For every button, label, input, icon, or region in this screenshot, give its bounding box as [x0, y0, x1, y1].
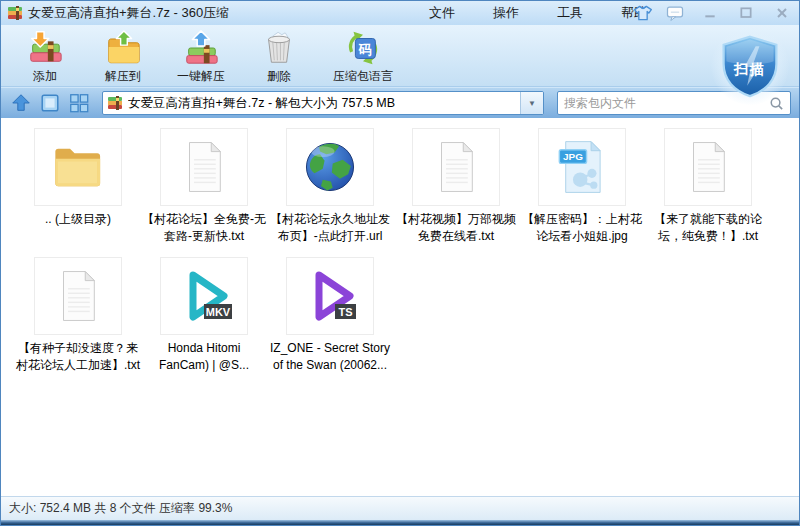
file-icon-box: [412, 128, 500, 206]
file-item-txt-4[interactable]: 【有种子却没速度？来村花论坛人工加速】.txt: [15, 257, 141, 374]
window-frame-bottom: [1, 520, 799, 525]
chevron-down-icon: ▼: [528, 99, 536, 108]
text-file-icon: [427, 138, 485, 196]
toolbar: 添加 解压到 一键解压: [1, 25, 799, 87]
file-label: IZ_ONE - Secret Story of the Swan (20062…: [267, 340, 393, 374]
address-bar[interactable]: 女爱豆高清直拍+舞台.7z - 解包大小为 757.5 MB ▼: [102, 91, 544, 115]
extract-to-folder-icon: [104, 29, 142, 67]
address-row: 女爱豆高清直拍+舞台.7z - 解包大小为 757.5 MB ▼: [1, 87, 799, 118]
scan-button[interactable]: 扫描: [711, 27, 789, 105]
close-icon: [773, 5, 791, 21]
file-item-ts[interactable]: TS IZ_ONE - Secret Story of the Swan (20…: [267, 257, 393, 374]
trash-icon: [260, 29, 298, 67]
file-label: .. (上级目录): [15, 211, 141, 228]
menu-bar: 文件 操作 工具 帮助: [425, 1, 651, 25]
file-list: .. (上级目录) 【村花论坛】全免费-无套路-更新快.txt: [1, 118, 799, 496]
url-globe-icon: [301, 138, 359, 196]
close-button[interactable]: [769, 3, 795, 23]
up-directory-button[interactable]: [9, 91, 33, 115]
maximize-icon: [737, 5, 755, 21]
delete-button[interactable]: 删除: [251, 28, 307, 86]
skin-tshirt-icon[interactable]: [631, 2, 655, 24]
file-label: 【有种子却没速度？来村花论坛人工加速】.txt: [15, 340, 141, 374]
mkv-video-icon: MKV: [172, 264, 236, 328]
add-button[interactable]: 添加: [17, 28, 73, 86]
file-item-txt-1[interactable]: 【村花论坛】全免费-无套路-更新快.txt: [141, 128, 267, 245]
window-title: 女爱豆高清直拍+舞台.7z - 360压缩: [28, 4, 229, 22]
file-grid: .. (上级目录) 【村花论坛】全免费-无套路-更新快.txt: [15, 128, 799, 374]
file-label: 【村花论坛永久地址发布页】-点此打开.url: [267, 211, 393, 245]
file-label: 【解压密码】：上村花论坛看小姐姐.jpg: [519, 211, 645, 245]
file-label: 【村花论坛】全免费-无套路-更新快.txt: [141, 211, 267, 245]
feedback-bubble-icon[interactable]: [663, 2, 687, 24]
scan-shield-icon: 扫描: [717, 34, 783, 98]
file-item-parent-dir[interactable]: .. (上级目录): [15, 128, 141, 245]
archive-language-label: 压缩包语言: [333, 68, 393, 85]
mkv-badge: MKV: [206, 306, 231, 318]
ts-badge: TS: [338, 306, 352, 318]
file-icon-box: [34, 128, 122, 206]
jpg-file-icon: JPG: [553, 138, 611, 196]
add-archive-icon: [26, 29, 64, 67]
file-item-jpg[interactable]: JPG 【解压密码】：上村花论坛看小姐姐.jpg: [519, 128, 645, 245]
one-click-extract-button[interactable]: 一键解压: [173, 28, 229, 86]
file-icon-box: MKV: [160, 257, 248, 335]
one-click-extract-icon: [182, 29, 220, 67]
add-label: 添加: [33, 68, 57, 85]
lang-icon-char: 码: [358, 42, 372, 57]
text-file-icon: [49, 267, 107, 325]
archive-language-button[interactable]: 码 压缩包语言: [329, 28, 397, 86]
text-file-icon: [175, 138, 233, 196]
file-item-mkv[interactable]: MKV Honda Hitomi FanCam) | @S...: [141, 257, 267, 374]
status-text: 大小: 752.4 MB 共 8 个文件 压缩率 99.3%: [9, 500, 232, 517]
extract-to-button[interactable]: 解压到: [95, 28, 151, 86]
minimize-icon: [701, 5, 719, 21]
folder-icon: [49, 138, 107, 196]
ts-video-icon: TS: [298, 264, 362, 328]
file-label: 【村花视频】万部视频免费在线看.txt: [393, 211, 519, 245]
file-item-txt-3[interactable]: 【来了就能下载的论坛，纯免费！】.txt: [645, 128, 771, 245]
minimize-button[interactable]: [697, 3, 723, 23]
app-window: 女爱豆高清直拍+舞台.7z - 360压缩 文件 操作 工具 帮助: [0, 0, 800, 526]
file-icon-box: [34, 257, 122, 335]
scan-label: 扫描: [733, 61, 766, 77]
grid-view-icon: [68, 92, 90, 114]
file-label: 【来了就能下载的论坛，纯免费！】.txt: [645, 211, 771, 245]
titlebar-controls: [623, 1, 795, 25]
up-arrow-icon: [10, 92, 32, 114]
menu-tools[interactable]: 工具: [553, 2, 587, 24]
address-path: 女爱豆高清直拍+舞台.7z - 解包大小为 757.5 MB: [128, 95, 520, 112]
menu-file[interactable]: 文件: [425, 2, 459, 24]
list-view-button[interactable]: [38, 91, 62, 115]
address-dropdown-button[interactable]: ▼: [520, 92, 543, 114]
jpg-badge: JPG: [563, 151, 583, 162]
delete-label: 删除: [267, 68, 291, 85]
icon-view-button[interactable]: [67, 91, 91, 115]
archive-language-icon: 码: [344, 29, 382, 67]
file-icon-box: TS: [286, 257, 374, 335]
text-file-icon: [679, 138, 737, 196]
file-item-txt-2[interactable]: 【村花视频】万部视频免费在线看.txt: [393, 128, 519, 245]
status-bar: 大小: 752.4 MB 共 8 个文件 压缩率 99.3%: [1, 496, 799, 520]
file-icon-box: JPG: [538, 128, 626, 206]
maximize-button[interactable]: [733, 3, 759, 23]
file-label: Honda Hitomi FanCam) | @S...: [141, 340, 267, 374]
single-pane-view-icon: [39, 92, 61, 114]
title-bar: 女爱豆高清直拍+舞台.7z - 360压缩 文件 操作 工具 帮助: [1, 1, 799, 25]
file-icon-box: [160, 128, 248, 206]
archive-books-icon: [7, 5, 23, 21]
menu-operation[interactable]: 操作: [489, 2, 523, 24]
one-click-extract-label: 一键解压: [177, 68, 225, 85]
file-icon-box: [664, 128, 752, 206]
extract-to-label: 解压到: [105, 68, 141, 85]
file-icon-box: [286, 128, 374, 206]
file-item-url[interactable]: 【村花论坛永久地址发布页】-点此打开.url: [267, 128, 393, 245]
archive-books-icon: [107, 95, 123, 111]
